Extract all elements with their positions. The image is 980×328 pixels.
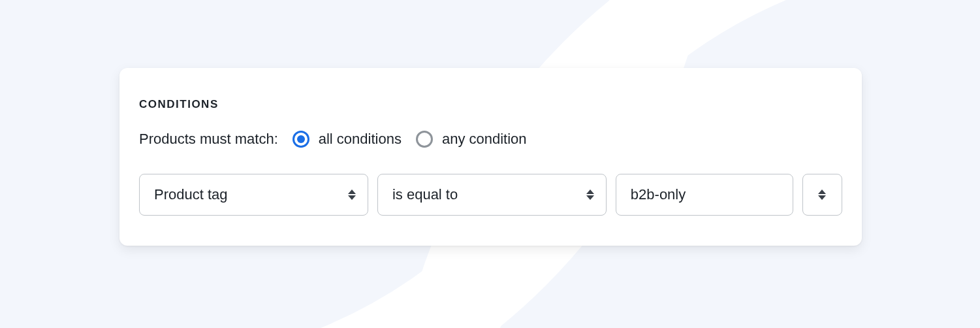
match-row: Products must match: all conditions any … bbox=[139, 131, 842, 148]
condition-value-text: b2b-only bbox=[631, 186, 686, 203]
condition-field-select[interactable]: Product tag bbox=[139, 174, 368, 216]
radio-selected-icon bbox=[292, 131, 309, 148]
radio-option-all[interactable]: all conditions bbox=[292, 131, 402, 148]
section-title: CONDITIONS bbox=[139, 98, 842, 111]
match-label: Products must match: bbox=[139, 131, 278, 148]
radio-unselected-icon bbox=[416, 131, 433, 148]
condition-rule-row: Product tag is equal to b2b-only bbox=[139, 174, 842, 216]
condition-operator-select[interactable]: is equal to bbox=[377, 174, 607, 216]
condition-operator-value: is equal to bbox=[392, 186, 458, 203]
conditions-card: CONDITIONS Products must match: all cond… bbox=[119, 68, 862, 246]
condition-value-input[interactable]: b2b-only bbox=[616, 174, 793, 216]
radio-label-any: any condition bbox=[442, 131, 527, 148]
condition-field-value: Product tag bbox=[154, 186, 228, 203]
select-chevrons-icon bbox=[348, 189, 356, 200]
radio-label-all: all conditions bbox=[319, 131, 402, 148]
select-chevrons-icon bbox=[818, 189, 826, 200]
condition-actions-select[interactable] bbox=[802, 174, 842, 216]
radio-option-any[interactable]: any condition bbox=[416, 131, 527, 148]
select-chevrons-icon bbox=[586, 189, 594, 200]
